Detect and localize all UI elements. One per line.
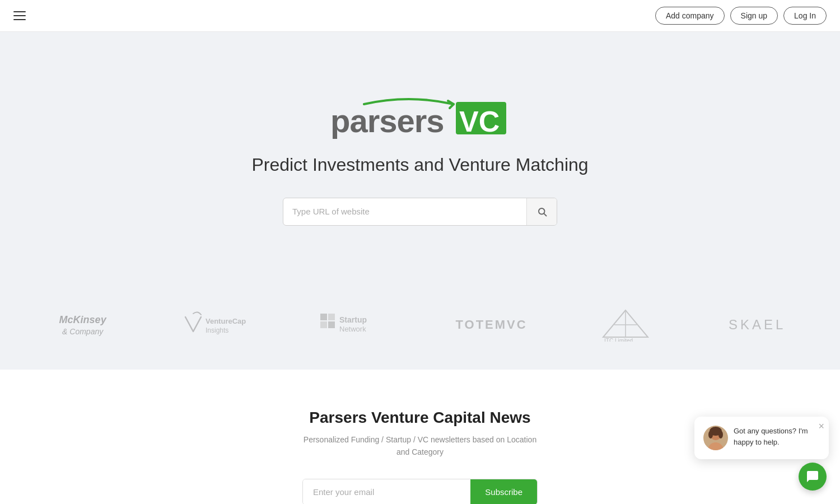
svg-rect-8 bbox=[328, 314, 335, 320]
svg-point-17 bbox=[708, 442, 724, 450]
svg-text:VC: VC bbox=[459, 105, 500, 138]
svg-text:Startup: Startup bbox=[339, 315, 367, 324]
partner-logo-itc: ITC Limited bbox=[592, 308, 659, 342]
signup-button[interactable]: Sign up bbox=[730, 7, 778, 25]
newsletter-title: Parsers Venture Capital News bbox=[309, 409, 530, 427]
chat-close-button[interactable]: × bbox=[818, 421, 824, 431]
totem-name: TOTEMVC bbox=[456, 318, 528, 332]
svg-point-21 bbox=[708, 431, 713, 438]
partner-logo-mckinsey: McKinsey & Company bbox=[49, 314, 116, 335]
chat-bubble-icon bbox=[806, 470, 819, 483]
mckinsey-sub: & Company bbox=[62, 327, 103, 336]
startup-logo-svg: Startup Network bbox=[318, 311, 391, 338]
svg-text:Insights: Insights bbox=[206, 326, 228, 334]
login-button[interactable]: Log In bbox=[783, 7, 827, 25]
svg-text:parsers: parsers bbox=[330, 102, 444, 139]
chat-avatar bbox=[703, 426, 728, 450]
site-logo: parsers VC bbox=[330, 94, 510, 139]
navbar: Add company Sign up Log In bbox=[0, 0, 840, 32]
search-bar bbox=[283, 198, 557, 226]
logo-svg: parsers VC bbox=[330, 94, 510, 139]
add-company-button[interactable]: Add company bbox=[655, 7, 725, 25]
newsletter-subtitle: Personalized Funding / Startup / VC news… bbox=[302, 433, 538, 459]
chat-header: Got any questions? I'm happy to help. bbox=[703, 426, 820, 450]
svg-rect-7 bbox=[320, 314, 327, 320]
svg-text:ITC Limited: ITC Limited bbox=[604, 338, 633, 342]
nav-left bbox=[13, 11, 26, 20]
subscribe-button[interactable]: Subscribe bbox=[470, 479, 537, 504]
mckinsey-name: McKinsey bbox=[59, 314, 106, 326]
skael-name: SKAEL bbox=[729, 317, 786, 333]
svg-text:VentureCap: VentureCap bbox=[206, 317, 246, 325]
search-button[interactable] bbox=[526, 198, 557, 225]
email-input[interactable] bbox=[303, 479, 470, 504]
svg-rect-10 bbox=[328, 321, 335, 328]
hero-tagline: Predict Investments and Venture Matching bbox=[251, 155, 588, 175]
partner-logo-startup: Startup Network bbox=[318, 311, 391, 338]
itc-logo-svg: ITC Limited bbox=[598, 308, 654, 342]
avatar-svg bbox=[703, 426, 728, 450]
partner-logo-venturecap: VentureCap Insights bbox=[181, 311, 254, 338]
svg-rect-9 bbox=[320, 321, 327, 328]
partners-strip: McKinsey & Company VentureCap Insights S… bbox=[0, 297, 840, 370]
partner-logo-totem: TOTEMVC bbox=[456, 318, 528, 332]
chat-bubble-button[interactable] bbox=[799, 463, 827, 491]
partner-logo-skael: SKAEL bbox=[724, 317, 791, 333]
chat-message: Got any questions? I'm happy to help. bbox=[734, 426, 820, 447]
hero-section: parsers VC Predict Investments and Ventu… bbox=[0, 0, 840, 297]
url-search-input[interactable] bbox=[283, 199, 526, 223]
subscribe-row: Subscribe bbox=[302, 479, 538, 504]
logo-container: parsers VC bbox=[330, 94, 510, 139]
nav-right: Add company Sign up Log In bbox=[655, 7, 827, 25]
svg-text:Network: Network bbox=[339, 325, 366, 333]
venturecap-logo-svg: VentureCap Insights bbox=[181, 311, 254, 338]
search-icon bbox=[537, 207, 547, 217]
svg-point-22 bbox=[718, 431, 723, 438]
hamburger-menu[interactable] bbox=[13, 11, 26, 20]
svg-line-4 bbox=[544, 213, 546, 216]
chat-widget: × Got any questions? I'm happy to help. bbox=[694, 417, 829, 459]
